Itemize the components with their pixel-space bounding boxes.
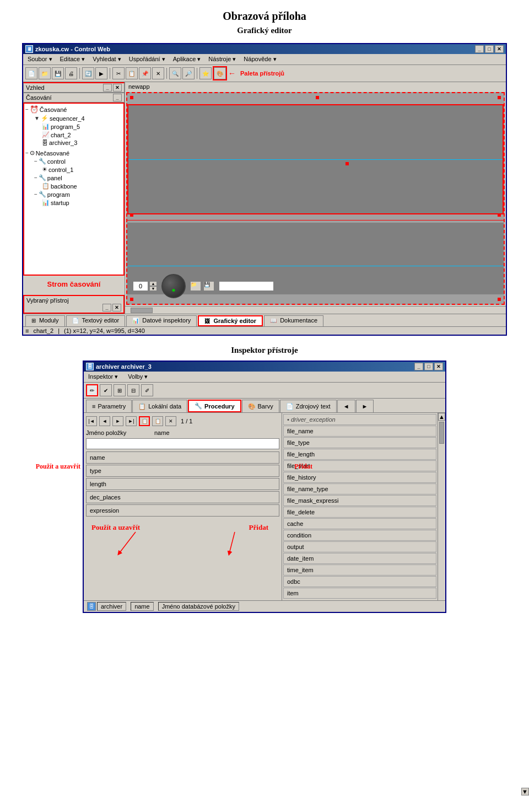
ge-menu-nastroje[interactable]: Nástroje ▾: [206, 55, 238, 64]
insp-prop-file-name[interactable]: file_name: [283, 426, 436, 437]
tree-panel[interactable]: − 🔧 panel: [25, 174, 122, 182]
insp-scrollbar[interactable]: ▲ ▼: [438, 413, 445, 600]
canvas-filename-input[interactable]: [219, 281, 274, 291]
ge-tab-textovy[interactable]: 📄 Textový editor: [66, 315, 126, 326]
ge-vzhled-close-btn[interactable]: ✕: [113, 84, 122, 92]
insp-nav-copy-btn[interactable]: 📋: [139, 416, 150, 426]
canvas-spinbox[interactable]: ▲ ▼: [133, 281, 157, 291]
insp-prop-file-type[interactable]: file_type: [283, 437, 436, 448]
ge-tab-dokumentace[interactable]: 📖 Dokumentace: [264, 315, 323, 326]
ge-copy-button[interactable]: 📋: [126, 67, 138, 79]
spinbox-up-btn[interactable]: ▲: [149, 281, 157, 286]
insp-item-dec-places[interactable]: dec_places: [86, 491, 279, 503]
insp-prop-driver-exception[interactable]: • driver_exception: [283, 414, 436, 425]
insp-close-button[interactable]: ✕: [434, 363, 443, 370]
ge-scrollbar-thumb[interactable]: [131, 308, 153, 313]
ge-cut-button[interactable]: ✂: [112, 67, 125, 79]
canvas-save-btn[interactable]: 💾: [203, 281, 214, 291]
tree-chart2[interactable]: 📈 chart_2: [25, 131, 122, 139]
spinbox-down-btn[interactable]: ▼: [149, 286, 157, 291]
insp-prop-file-name-type[interactable]: file_name_type: [283, 483, 436, 494]
ge-menu-usporadani[interactable]: Uspořádání ▾: [127, 55, 168, 64]
ge-menu-aplikace[interactable]: Aplikace ▾: [171, 55, 203, 64]
ge-run-button[interactable]: ▶: [95, 67, 107, 79]
insp-tb-export-btn[interactable]: ✐: [141, 384, 153, 396]
ge-tab-datove[interactable]: 📊 Datové inspektory: [126, 315, 197, 326]
insp-tb-col-btn[interactable]: ⊞: [114, 384, 126, 396]
insp-menu-inspektor[interactable]: Inspektor ▾: [86, 372, 120, 381]
spinbox-input[interactable]: [133, 281, 148, 291]
insp-prop-condition[interactable]: condition: [283, 530, 436, 541]
insp-prop-file-delete[interactable]: file_delete: [283, 507, 436, 518]
tree-backbone[interactable]: 📋 backbone: [25, 182, 122, 190]
ge-scrollbar-h[interactable]: [125, 306, 506, 314]
canvas-folder-btn[interactable]: 📁: [190, 281, 201, 291]
insp-scroll-up-btn[interactable]: ▲: [438, 413, 445, 421]
insp-scroll-thumb[interactable]: [439, 422, 444, 444]
insp-maximize-button[interactable]: □: [424, 363, 433, 370]
ge-tab-graficky[interactable]: 🖼 Grafický editor: [198, 315, 263, 326]
ge-vybrany-close-btn[interactable]: ✕: [112, 304, 121, 311]
insp-nav-copy2-btn[interactable]: 📋: [152, 416, 163, 426]
insp-menu-volby[interactable]: Volby ▾: [126, 372, 150, 381]
ge-canvas[interactable]: ▲ ▼ 📁 💾: [126, 92, 505, 305]
ge-vybrany-min-btn[interactable]: _: [102, 304, 111, 311]
insp-prop-file-length[interactable]: file_length: [283, 449, 436, 460]
ge-save-button[interactable]: 💾: [52, 67, 64, 79]
ge-menu-soubor[interactable]: Soubor ▾: [25, 55, 55, 64]
insp-tab-barvy[interactable]: 🎨 Barvy: [242, 400, 279, 412]
insp-prop-odbc[interactable]: odbc: [283, 576, 436, 587]
ge-minimize-button[interactable]: _: [475, 45, 484, 53]
insp-tab-next[interactable]: ►: [356, 400, 374, 412]
insp-tb-grid-btn[interactable]: ⊟: [127, 384, 139, 396]
insp-prop-time-item[interactable]: time_item: [283, 564, 436, 576]
ge-menu-vyhledat[interactable]: Vyhledat ▾: [90, 55, 123, 64]
insp-nav-first-btn[interactable]: |◄: [86, 416, 97, 426]
insp-item-expression[interactable]: expression: [86, 504, 279, 517]
insp-tab-lokalni[interactable]: 📋 Lokální data: [132, 400, 187, 412]
insp-nav-last-btn[interactable]: ►|: [126, 416, 137, 426]
ge-search-button[interactable]: 🔍: [169, 67, 181, 79]
insp-tab-zdrojovy[interactable]: 📄 Zdrojový text: [280, 400, 337, 412]
insp-nav-prev-btn[interactable]: ◄: [99, 416, 110, 426]
insp-tab-prev[interactable]: ◄: [337, 400, 355, 412]
tree-startup[interactable]: 📊 startup: [25, 198, 122, 207]
insp-tb-check-btn[interactable]: ✔: [100, 384, 112, 396]
insp-tab-parametry[interactable]: ≡ Parametry: [86, 400, 132, 412]
ge-refresh-button[interactable]: 🔄: [82, 67, 94, 79]
insp-item-type[interactable]: type: [86, 465, 279, 477]
tree-sequencer[interactable]: ▼ ⚡ sequencer_4: [25, 114, 122, 122]
ge-new-button[interactable]: 📄: [25, 67, 37, 79]
ge-casovani-min-btn[interactable]: _: [113, 94, 122, 101]
canvas-knob[interactable]: [161, 274, 186, 298]
tree-control-parent[interactable]: − 🔧 control: [25, 157, 122, 165]
insp-tab-procedury[interactable]: 🔧 Procedury: [188, 400, 241, 412]
ge-maximize-button[interactable]: □: [485, 45, 494, 53]
tree-control1[interactable]: ☀ control_1: [25, 165, 122, 174]
insp-item-name[interactable]: name: [86, 451, 279, 464]
tree-archiver3[interactable]: 🗄 archiver_3: [25, 139, 122, 147]
insp-prop-file-mask[interactable]: file_mask_expressi: [283, 495, 436, 506]
insp-minimize-button[interactable]: _: [414, 363, 423, 370]
ge-print-button[interactable]: 🖨: [65, 67, 77, 79]
insp-tb-edit-btn[interactable]: ✏: [86, 384, 98, 396]
tree-program[interactable]: − 🔧 program: [25, 190, 122, 198]
insp-name-input[interactable]: [86, 438, 279, 449]
insp-prop-output[interactable]: output: [283, 541, 436, 552]
ge-vzhled-min-btn[interactable]: _: [103, 84, 112, 92]
insp-prop-item[interactable]: item: [283, 588, 436, 599]
tree-program5[interactable]: 📊 program_5: [25, 122, 122, 131]
ge-close-button[interactable]: ✕: [495, 45, 504, 53]
ge-paste-button[interactable]: 📌: [139, 67, 151, 79]
insp-prop-file-history[interactable]: file_history: [283, 472, 436, 483]
insp-prop-date-item[interactable]: date_item: [283, 553, 436, 564]
ge-delete-button[interactable]: ✕: [152, 67, 164, 79]
insp-nav-delete-btn[interactable]: ✕: [165, 416, 176, 426]
insp-item-length[interactable]: length: [86, 478, 279, 490]
ge-zoom-button[interactable]: 🔎: [182, 67, 195, 79]
ge-tab-moduly[interactable]: ⊞ Moduly: [25, 315, 65, 326]
ge-menu-napovede[interactable]: Nápověde ▾: [241, 55, 278, 64]
ge-menu-editace[interactable]: Editace ▾: [58, 55, 88, 64]
ge-open-button[interactable]: 📁: [39, 67, 51, 79]
insp-nav-next-btn[interactable]: ►: [112, 416, 123, 426]
